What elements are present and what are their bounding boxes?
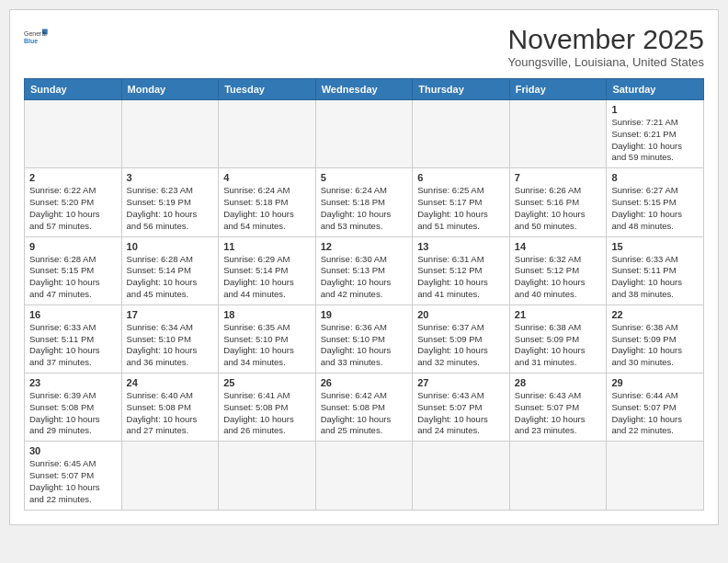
day-number: 7 — [515, 172, 602, 183]
day-number: 23 — [29, 377, 117, 388]
day-number: 11 — [223, 241, 311, 252]
day-info: Sunrise: 6:33 AM Sunset: 5:11 PM Dayligh… — [29, 322, 117, 369]
day-info: Sunrise: 6:37 AM Sunset: 5:09 PM Dayligh… — [417, 322, 505, 369]
day-info: Sunrise: 6:32 AM Sunset: 5:12 PM Dayligh… — [515, 254, 602, 301]
title-block: November 2025 Youngsville, Louisiana, Un… — [508, 24, 704, 69]
day-info: Sunrise: 6:33 AM Sunset: 5:11 PM Dayligh… — [611, 254, 699, 301]
day-info: Sunrise: 6:41 AM Sunset: 5:08 PM Dayligh… — [223, 390, 311, 437]
calendar-day-cell: 27Sunrise: 6:43 AM Sunset: 5:07 PM Dayli… — [413, 373, 510, 442]
day-of-week-header: Wednesday — [315, 79, 413, 100]
calendar-day-cell: 28Sunrise: 6:43 AM Sunset: 5:07 PM Dayli… — [509, 373, 607, 442]
calendar-day-cell — [315, 100, 413, 168]
calendar-header-row: SundayMondayTuesdayWednesdayThursdayFrid… — [25, 79, 704, 100]
calendar-day-cell: 16Sunrise: 6:33 AM Sunset: 5:11 PM Dayli… — [25, 304, 122, 373]
calendar-day-cell: 3Sunrise: 6:23 AM Sunset: 5:19 PM Daylig… — [121, 168, 219, 236]
day-number: 25 — [223, 377, 311, 388]
calendar-day-cell — [607, 442, 704, 510]
calendar-day-cell: 11Sunrise: 6:29 AM Sunset: 5:14 PM Dayli… — [219, 236, 316, 304]
day-info: Sunrise: 6:44 AM Sunset: 5:07 PM Dayligh… — [611, 390, 699, 437]
calendar-day-cell — [121, 442, 219, 510]
day-number: 15 — [611, 241, 699, 252]
day-number: 30 — [29, 445, 117, 456]
day-info: Sunrise: 6:36 AM Sunset: 5:10 PM Dayligh… — [321, 322, 408, 369]
calendar-day-cell: 14Sunrise: 6:32 AM Sunset: 5:12 PM Dayli… — [509, 236, 607, 304]
day-number: 27 — [417, 377, 505, 388]
calendar-day-cell — [413, 442, 510, 510]
calendar-day-cell: 6Sunrise: 6:25 AM Sunset: 5:17 PM Daylig… — [413, 168, 510, 236]
logo: GeneralBlue — [24, 24, 50, 50]
calendar-day-cell: 12Sunrise: 6:30 AM Sunset: 5:13 PM Dayli… — [315, 236, 413, 304]
day-info: Sunrise: 6:43 AM Sunset: 5:07 PM Dayligh… — [417, 390, 505, 437]
calendar-page: GeneralBlue November 2025 Youngsville, L… — [9, 9, 719, 525]
day-info: Sunrise: 6:39 AM Sunset: 5:08 PM Dayligh… — [29, 390, 117, 437]
calendar-day-cell — [219, 442, 316, 510]
month-title: November 2025 — [508, 24, 704, 55]
day-info: Sunrise: 6:22 AM Sunset: 5:20 PM Dayligh… — [29, 185, 117, 232]
day-of-week-header: Saturday — [607, 79, 704, 100]
day-number: 14 — [515, 241, 602, 252]
calendar-day-cell — [413, 100, 510, 168]
day-of-week-header: Sunday — [25, 79, 122, 100]
day-info: Sunrise: 6:28 AM Sunset: 5:14 PM Dayligh… — [127, 254, 214, 301]
day-number: 28 — [515, 377, 602, 388]
day-number: 29 — [611, 377, 699, 388]
calendar-week-row: 23Sunrise: 6:39 AM Sunset: 5:08 PM Dayli… — [25, 373, 704, 442]
calendar-day-cell — [509, 100, 607, 168]
calendar-day-cell: 7Sunrise: 6:26 AM Sunset: 5:16 PM Daylig… — [509, 168, 607, 236]
day-of-week-header: Monday — [121, 79, 219, 100]
calendar-day-cell: 9Sunrise: 6:28 AM Sunset: 5:15 PM Daylig… — [25, 236, 122, 304]
svg-text:Blue: Blue — [24, 38, 38, 44]
day-of-week-header: Friday — [509, 79, 607, 100]
calendar-day-cell: 21Sunrise: 6:38 AM Sunset: 5:09 PM Dayli… — [509, 304, 607, 373]
calendar-day-cell: 1Sunrise: 7:21 AM Sunset: 6:21 PM Daylig… — [607, 100, 704, 168]
logo-icon: GeneralBlue — [24, 24, 50, 50]
calendar-day-cell — [509, 442, 607, 510]
day-number: 4 — [223, 172, 311, 183]
day-info: Sunrise: 6:28 AM Sunset: 5:15 PM Dayligh… — [29, 254, 117, 301]
calendar-day-cell: 24Sunrise: 6:40 AM Sunset: 5:08 PM Dayli… — [121, 373, 219, 442]
location: Youngsville, Louisiana, United States — [508, 55, 704, 69]
day-info: Sunrise: 6:23 AM Sunset: 5:19 PM Dayligh… — [127, 185, 214, 232]
calendar-day-cell: 20Sunrise: 6:37 AM Sunset: 5:09 PM Dayli… — [413, 304, 510, 373]
day-info: Sunrise: 6:43 AM Sunset: 5:07 PM Dayligh… — [515, 390, 602, 437]
day-info: Sunrise: 7:21 AM Sunset: 6:21 PM Dayligh… — [611, 117, 699, 164]
day-number: 3 — [127, 172, 214, 183]
calendar-day-cell: 4Sunrise: 6:24 AM Sunset: 5:18 PM Daylig… — [219, 168, 316, 236]
calendar-day-cell — [25, 100, 122, 168]
calendar-week-row: 1Sunrise: 7:21 AM Sunset: 6:21 PM Daylig… — [25, 100, 704, 168]
calendar-day-cell: 2Sunrise: 6:22 AM Sunset: 5:20 PM Daylig… — [25, 168, 122, 236]
calendar-day-cell: 18Sunrise: 6:35 AM Sunset: 5:10 PM Dayli… — [219, 304, 316, 373]
calendar-day-cell: 30Sunrise: 6:45 AM Sunset: 5:07 PM Dayli… — [25, 442, 122, 510]
day-info: Sunrise: 6:26 AM Sunset: 5:16 PM Dayligh… — [515, 185, 602, 232]
day-of-week-header: Thursday — [413, 79, 510, 100]
day-number: 24 — [127, 377, 214, 388]
calendar-day-cell — [219, 100, 316, 168]
calendar-day-cell: 19Sunrise: 6:36 AM Sunset: 5:10 PM Dayli… — [315, 304, 413, 373]
page-header: GeneralBlue November 2025 Youngsville, L… — [24, 24, 704, 69]
day-number: 19 — [321, 309, 408, 320]
day-number: 8 — [611, 172, 699, 183]
day-number: 17 — [127, 309, 214, 320]
calendar-week-row: 9Sunrise: 6:28 AM Sunset: 5:15 PM Daylig… — [25, 236, 704, 304]
day-number: 20 — [417, 309, 505, 320]
day-number: 9 — [29, 241, 117, 252]
day-number: 5 — [321, 172, 408, 183]
calendar-day-cell: 5Sunrise: 6:24 AM Sunset: 5:18 PM Daylig… — [315, 168, 413, 236]
calendar-day-cell: 10Sunrise: 6:28 AM Sunset: 5:14 PM Dayli… — [121, 236, 219, 304]
day-number: 2 — [29, 172, 117, 183]
day-number: 13 — [417, 241, 505, 252]
calendar-day-cell: 8Sunrise: 6:27 AM Sunset: 5:15 PM Daylig… — [607, 168, 704, 236]
day-info: Sunrise: 6:38 AM Sunset: 5:09 PM Dayligh… — [515, 322, 602, 369]
calendar-day-cell: 25Sunrise: 6:41 AM Sunset: 5:08 PM Dayli… — [219, 373, 316, 442]
day-info: Sunrise: 6:24 AM Sunset: 5:18 PM Dayligh… — [321, 185, 408, 232]
day-info: Sunrise: 6:24 AM Sunset: 5:18 PM Dayligh… — [223, 185, 311, 232]
day-number: 12 — [321, 241, 408, 252]
day-info: Sunrise: 6:40 AM Sunset: 5:08 PM Dayligh… — [127, 390, 214, 437]
calendar-day-cell: 17Sunrise: 6:34 AM Sunset: 5:10 PM Dayli… — [121, 304, 219, 373]
calendar-week-row: 16Sunrise: 6:33 AM Sunset: 5:11 PM Dayli… — [25, 304, 704, 373]
calendar-week-row: 2Sunrise: 6:22 AM Sunset: 5:20 PM Daylig… — [25, 168, 704, 236]
day-number: 18 — [223, 309, 311, 320]
day-number: 26 — [321, 377, 408, 388]
day-number: 22 — [611, 309, 699, 320]
day-info: Sunrise: 6:42 AM Sunset: 5:08 PM Dayligh… — [321, 390, 408, 437]
